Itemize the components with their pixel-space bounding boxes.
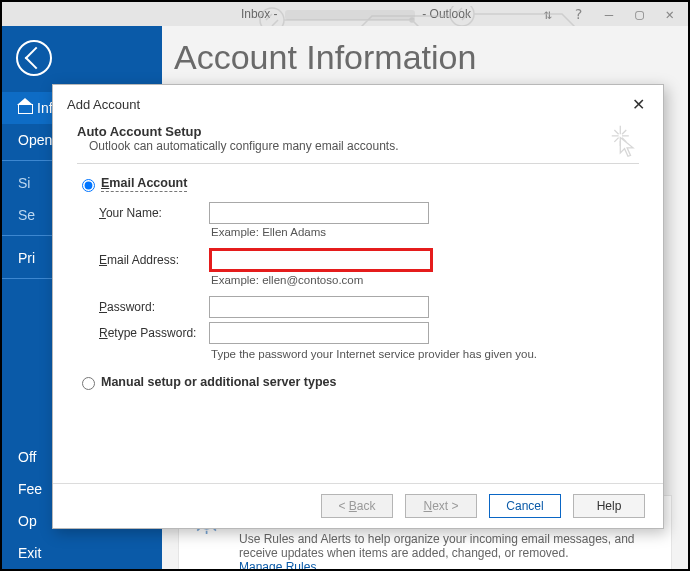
dialog-buttons: < Back Next > Cancel Help xyxy=(53,483,663,528)
retype-password-label: Retype Password: xyxy=(99,326,209,340)
back-button-dialog: < Back xyxy=(321,494,393,518)
window-title: Inbox - - Outlook xyxy=(168,7,544,21)
dialog-close-icon[interactable]: ✕ xyxy=(626,93,651,116)
close-window-icon[interactable]: ✕ xyxy=(666,6,674,22)
home-icon xyxy=(18,100,31,113)
email-row: Email Address: xyxy=(99,248,639,272)
your-name-label: Your Name: xyxy=(99,206,209,220)
app-titlebar: Inbox - - Outlook ⇅ ? — ▢ ✕ xyxy=(2,2,688,26)
setup-heading: Auto Account Setup xyxy=(77,124,639,139)
maximize-icon[interactable]: ▢ xyxy=(635,6,643,22)
email-example: Example: ellen@contoso.com xyxy=(211,274,639,286)
password-input[interactable] xyxy=(209,296,429,318)
cursor-star-icon xyxy=(605,124,639,158)
help-icon[interactable]: ? xyxy=(574,6,582,22)
retype-password-row: Retype Password: xyxy=(99,322,639,344)
help-button[interactable]: Help xyxy=(573,494,645,518)
password-label: Password: xyxy=(99,300,209,314)
setup-subheading: Outlook can automatically configure many… xyxy=(89,139,639,153)
back-arrow-icon xyxy=(25,47,48,70)
sidebar-item-exit[interactable]: Exit xyxy=(2,537,162,569)
next-button: Next > xyxy=(405,494,477,518)
add-account-dialog: Add Account ✕ Auto Account Setup Outlook… xyxy=(52,84,664,529)
password-row: Password: xyxy=(99,296,639,318)
password-hint: Type the password your Internet service … xyxy=(211,348,591,360)
cancel-button[interactable]: Cancel xyxy=(489,494,561,518)
your-name-input[interactable] xyxy=(209,202,429,224)
your-name-row: Your Name: xyxy=(99,202,639,224)
page-title: Account Information xyxy=(174,38,688,77)
your-name-example: Example: Ellen Adams xyxy=(211,226,639,238)
email-input[interactable] xyxy=(209,248,433,272)
radio-email-account[interactable]: Email Account xyxy=(77,176,639,192)
ribbon-toggle-icon[interactable]: ⇅ xyxy=(544,6,552,22)
back-button[interactable] xyxy=(16,40,52,76)
email-label: Email Address: xyxy=(99,253,209,267)
dialog-title: Add Account xyxy=(67,97,140,112)
manage-rules-link[interactable]: Manage Rules xyxy=(239,560,657,569)
radio-manual-setup[interactable]: Manual setup or additional server types xyxy=(77,374,639,390)
minimize-icon[interactable]: — xyxy=(605,6,613,22)
rules-desc: Use Rules and Alerts to help organize yo… xyxy=(239,532,657,560)
radio-email-input[interactable] xyxy=(82,179,95,192)
retype-password-input[interactable] xyxy=(209,322,429,344)
radio-manual-input[interactable] xyxy=(82,377,95,390)
